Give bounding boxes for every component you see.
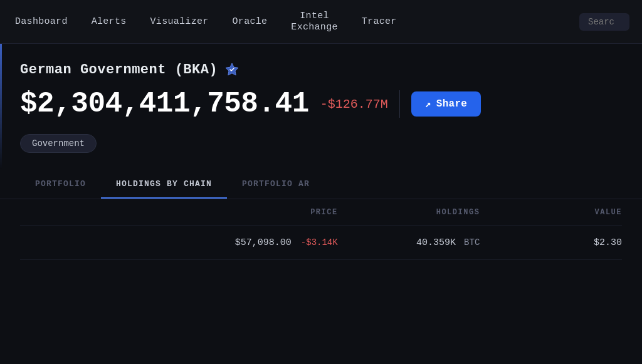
nav-item-intel-exchange[interactable]: IntelExchange <box>288 6 340 38</box>
nav-item-tracer[interactable]: Tracer <box>359 11 399 32</box>
table-header: PRICE HOLDINGS VALUE <box>20 199 622 226</box>
col-header-asset <box>20 208 196 217</box>
verified-badge-icon <box>224 61 240 78</box>
entity-header: German Government (BKA) <box>20 61 622 78</box>
balance-amount: $2,304,411,758.41 <box>20 88 309 120</box>
navbar: Dashboard Alerts Visualizer Oracle Intel… <box>0 0 642 44</box>
price-value: $57,098.00 <box>235 237 292 248</box>
cell-price: $57,098.00 -$3.14K <box>196 237 338 248</box>
tab-holdings-by-chain[interactable]: HOLDINGS BY CHAIN <box>101 170 227 199</box>
table-row: $57,098.00 -$3.14K 40.359K BTC $2.30 <box>20 226 622 260</box>
cell-value: $2.30 <box>480 237 622 248</box>
balance-change: -$126.77M <box>320 97 388 112</box>
svg-marker-0 <box>226 63 238 75</box>
tabs-row: PORTFOLIO HOLDINGS BY CHAIN PORTFOLIO AR <box>0 170 642 199</box>
tab-portfolio[interactable]: PORTFOLIO <box>20 170 101 199</box>
main-content: German Government (BKA) $2,304,411,758.4… <box>0 44 642 260</box>
balance-row: $2,304,411,758.41 -$126.77M ↗︎ Share <box>20 88 622 120</box>
nav-item-alerts[interactable]: Alerts <box>89 11 129 32</box>
tab-portfolio-ar[interactable]: PORTFOLIO AR <box>227 170 325 199</box>
share-icon: ↗︎ <box>425 98 431 110</box>
cell-holdings: 40.359K BTC <box>338 237 480 248</box>
price-change: -$3.14K <box>301 237 338 247</box>
entity-name: German Government (BKA) <box>20 62 218 78</box>
nav-item-visualizer[interactable]: Visualizer <box>148 11 211 32</box>
entity-tag[interactable]: Government <box>20 134 97 153</box>
holdings-value: 40.359K <box>416 237 456 248</box>
search-input[interactable] <box>579 13 629 31</box>
col-header-price: PRICE <box>196 208 338 217</box>
share-button[interactable]: ↗︎ Share <box>411 91 481 117</box>
col-header-holdings: HOLDINGS <box>338 208 480 217</box>
nav-item-dashboard[interactable]: Dashboard <box>13 11 70 32</box>
share-label: Share <box>436 98 468 110</box>
nav-item-oracle[interactable]: Oracle <box>230 11 270 32</box>
col-header-value: VALUE <box>480 208 622 217</box>
holdings-unit: BTC <box>464 237 480 247</box>
left-accent-bar <box>0 44 2 169</box>
balance-divider <box>399 90 400 118</box>
